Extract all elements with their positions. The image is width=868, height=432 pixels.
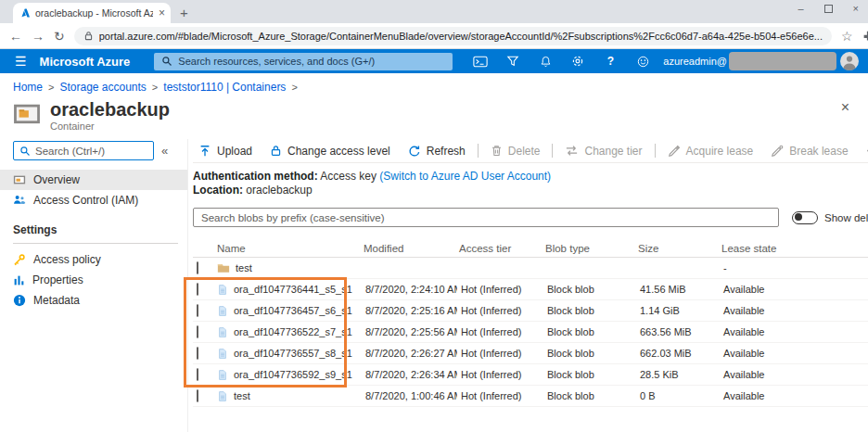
container-icon	[13, 101, 41, 125]
view-snapshots-button[interactable]: View snapshots	[861, 144, 868, 158]
blade-close-icon[interactable]: ×	[841, 99, 849, 116]
tab-title: oraclebackup - Microsoft Azure	[35, 7, 153, 19]
blob-lease-state: -	[720, 262, 824, 273]
blob-name[interactable]: ora_df1047736557_s8_s1	[234, 348, 352, 359]
tab-close-icon[interactable]: ×	[159, 6, 165, 19]
upload-icon	[198, 145, 211, 158]
back-button[interactable]: ←	[9, 29, 22, 44]
blob-size: 28.5 KiB	[636, 369, 720, 380]
sidebar-search-input[interactable]: Search (Ctrl+/)	[13, 141, 154, 160]
row-context-menu-icon[interactable]: ···	[824, 261, 868, 274]
row-context-menu-icon[interactable]: ···	[824, 283, 868, 296]
delete-button[interactable]: Delete	[485, 145, 546, 158]
blob-access-tier: Hot (Inferred)	[457, 348, 543, 359]
switch-auth-link[interactable]: (Switch to Azure AD User Account)	[379, 170, 551, 183]
blob-icon	[217, 369, 228, 381]
extension-puzzle-icon[interactable]	[862, 30, 868, 42]
row-context-menu-icon[interactable]: ···	[824, 389, 868, 402]
sidebar-item-access-policy[interactable]: Access policy	[0, 249, 187, 270]
blob-modified: 8/7/2020, 2:24:10 AM	[362, 284, 457, 295]
feedback-smiley-icon[interactable]	[635, 54, 650, 69]
upload-button[interactable]: Upload	[193, 145, 258, 158]
forward-button[interactable]: →	[32, 29, 45, 44]
sidebar-item-overview[interactable]: Overview	[0, 170, 187, 190]
row-checkbox[interactable]	[197, 389, 198, 402]
table-row[interactable]: ora_df1047736457_s6_s1 8/7/2020, 2:25:16…	[193, 300, 868, 322]
acquire-lease-button[interactable]: Acquire lease	[662, 145, 760, 158]
column-header-modified[interactable]: Modified	[362, 243, 457, 254]
info-block: Authentication method: Access key (Switc…	[193, 170, 868, 197]
table-row[interactable]: test 8/7/2020, 1:00:46 AM Hot (Inferred)…	[193, 386, 868, 407]
blob-modified: 8/7/2020, 2:26:27 AM	[362, 348, 457, 359]
breadcrumb: Home > Storage accounts > teststor1110 |…	[0, 73, 868, 94]
column-header-lease-state[interactable]: Lease state	[720, 243, 824, 254]
row-checkbox[interactable]	[197, 347, 198, 360]
sidebar-collapse-button[interactable]: «	[161, 144, 168, 158]
blob-modified: 8/7/2020, 2:26:34 AM	[362, 369, 457, 380]
refresh-icon	[408, 145, 421, 158]
window-minimize-button[interactable]: –	[798, 3, 803, 14]
table-row[interactable]: ora_df1047736441_s5_s1 8/7/2020, 2:24:10…	[193, 279, 868, 300]
column-header-blob-type[interactable]: Blob type	[543, 243, 636, 254]
row-context-menu-icon[interactable]: ···	[824, 368, 868, 381]
sidebar-item-metadata[interactable]: Metadata	[0, 290, 187, 311]
address-bar[interactable]: portal.azure.com/#blade/Microsoft_Azure_…	[74, 27, 832, 45]
directory-filter-icon[interactable]	[505, 54, 520, 69]
blob-name[interactable]: ora_df1047736592_s9_s1	[234, 369, 352, 380]
table-row[interactable]: test - ···	[193, 258, 868, 279]
portal-avatar-icon[interactable]	[840, 52, 859, 70]
breadcrumb-link[interactable]: Storage accounts	[59, 81, 146, 94]
table-row[interactable]: ora_df1047736522_s7_s1 8/7/2020, 2:25:56…	[193, 322, 868, 343]
blob-name[interactable]: ora_df1047736441_s5_s1	[234, 284, 352, 295]
table-row[interactable]: ora_df1047736592_s9_s1 8/7/2020, 2:26:34…	[193, 364, 868, 386]
row-checkbox[interactable]	[197, 304, 198, 317]
table-header: NameModifiedAccess tierBlob typeSizeLeas…	[193, 239, 868, 258]
refresh-button[interactable]: Refresh	[402, 145, 471, 158]
column-header-access-tier[interactable]: Access tier	[457, 243, 543, 254]
row-checkbox[interactable]	[197, 368, 198, 381]
azure-brand[interactable]: Microsoft Azure	[40, 55, 131, 69]
blob-type: Block blob	[543, 369, 636, 380]
table-row[interactable]: ora_df1047736557_s8_s1 8/7/2020, 2:26:27…	[193, 343, 868, 364]
row-checkbox[interactable]	[197, 325, 198, 338]
column-header-name[interactable]: Name	[215, 243, 362, 254]
blob-modified: 8/7/2020, 1:00:46 AM	[362, 390, 457, 401]
blob-name[interactable]: ora_df1047736522_s7_s1	[234, 326, 352, 337]
sidebar-item-properties[interactable]: Properties	[0, 270, 187, 290]
row-context-menu-icon[interactable]: ···	[824, 304, 868, 317]
column-header-size[interactable]: Size	[636, 243, 720, 254]
window-maximize-button[interactable]	[824, 5, 833, 13]
breadcrumb-separator-icon: >	[291, 82, 297, 93]
window-close-button[interactable]: ×	[853, 3, 859, 14]
change-access-level-button[interactable]: Change access level	[264, 145, 396, 158]
blob-name[interactable]: test	[236, 262, 252, 273]
row-checkbox[interactable]	[197, 261, 198, 274]
blob-name[interactable]: ora_df1047736457_s6_s1	[234, 305, 352, 316]
new-tab-button[interactable]: +	[180, 5, 188, 20]
row-context-menu-icon[interactable]: ···	[824, 347, 868, 360]
breadcrumb-link[interactable]: teststor1110 | Containers	[163, 81, 286, 94]
breadcrumb-link[interactable]: Home	[13, 81, 43, 94]
notifications-bell-icon[interactable]	[538, 54, 553, 69]
help-icon[interactable]: ?	[603, 54, 618, 69]
row-checkbox[interactable]	[197, 283, 198, 296]
blob-name[interactable]: test	[234, 390, 250, 401]
portal-menu-icon[interactable]: ☰	[15, 54, 27, 69]
browser-tab[interactable]: oraclebackup - Microsoft Azure ×	[13, 3, 171, 23]
blade-main: Upload Change access level Refresh Delet…	[188, 139, 868, 432]
row-context-menu-icon[interactable]: ···	[824, 325, 868, 338]
account-area[interactable]: azureadmin@	[663, 52, 836, 70]
sidebar-item-access-control-iam-[interactable]: Access Control (IAM)	[0, 190, 187, 210]
blob-search-input[interactable]: Search blobs by prefix (case-sensitive)	[193, 208, 779, 227]
show-deleted-blobs-toggle[interactable]	[792, 211, 818, 224]
break-lease-button[interactable]: Break lease	[765, 145, 853, 158]
cloud-shell-icon[interactable]	[473, 54, 488, 69]
settings-gear-icon[interactable]	[570, 54, 585, 69]
change-tier-button[interactable]: Change tier	[559, 144, 647, 158]
padlock-icon	[83, 31, 94, 41]
portal-search-input[interactable]: Search resources, services, and docs (G+…	[154, 53, 453, 70]
reload-button[interactable]: ↻	[54, 29, 65, 44]
blob-icon	[217, 348, 228, 360]
bookmark-star-icon[interactable]: ☆	[841, 29, 853, 44]
blob-icon	[217, 390, 228, 402]
